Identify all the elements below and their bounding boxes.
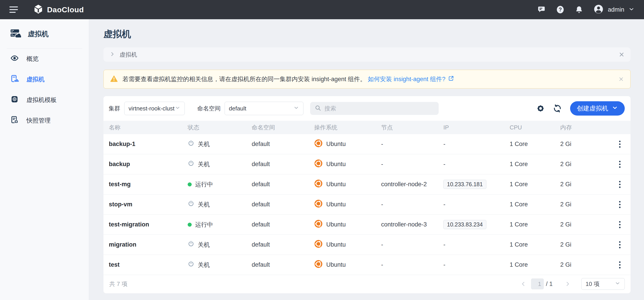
row-actions-kebab-icon[interactable] [617,139,622,149]
power-off-icon [188,241,194,249]
hamburger-menu-icon[interactable] [10,6,18,13]
namespace-select[interactable]: default [224,102,304,115]
chat-icon[interactable] [537,5,546,14]
total-count: 共 7 项 [109,280,128,288]
banner-close-icon[interactable] [618,76,624,82]
namespace-label: 命名空间 [197,105,220,113]
cluster-label: 集群 [108,105,120,113]
vm-namespace: default [252,221,314,228]
vm-memory: 2 Gi [560,221,614,228]
row-actions-kebab-icon[interactable] [617,179,622,190]
next-page-icon[interactable] [564,281,571,287]
eye-icon [10,54,19,64]
column-header-memory: 内存 [560,124,614,132]
table-footer: 共 7 项 / 1 10 项 [104,275,630,293]
help-icon[interactable]: ? [556,5,565,14]
sidebar-item-overview[interactable]: 概览 [0,48,89,69]
prev-page-icon[interactable] [520,281,527,287]
breadcrumb-item[interactable]: 虚拟机 [120,51,137,59]
insight-agent-link[interactable]: 如何安装 insight-agent 组件? [368,75,454,83]
vm-status: 关机 [188,200,252,209]
vm-status: 关机 [188,261,252,269]
status-label: 运行中 [195,221,213,229]
chevron-right-icon[interactable] [109,51,116,58]
os-label: Ubuntu [326,141,346,148]
warning-message: 若需要查看虚拟机监控的相关信息，请在虚拟机所在的同一集群内安装 insight-… [122,75,366,83]
table-header: 名称 状态 命名空间 操作系统 节点 IP CPU 内存 [104,121,630,134]
vm-cpu: 1 Core [510,181,560,188]
vm-cpu: 1 Core [510,221,560,228]
vm-ip: - [443,161,510,168]
table-row[interactable]: migration 关机 default Ubuntu - - 1 Core 2… [104,235,630,255]
gear-icon[interactable] [536,104,544,113]
vm-ip: - [443,261,510,268]
vm-name[interactable]: test [109,261,188,268]
table-row[interactable]: backup-1 关机 default Ubuntu - - 1 Core 2 … [104,134,630,154]
daocloud-logo-icon [33,4,44,15]
top-bar: DaoCloud ? admin [0,0,644,19]
ubuntu-icon [314,179,323,189]
bell-icon[interactable] [574,5,584,14]
table-row[interactable]: stop-vm 关机 default Ubuntu - - 1 Core 2 G… [104,194,630,215]
refresh-icon[interactable] [553,104,562,113]
vm-name[interactable]: test-migration [109,221,188,228]
sidebar-item-snapshots[interactable]: 快照管理 [0,110,89,131]
sidebar-header: 虚拟机 [0,19,89,48]
column-header-namespace: 命名空间 [252,124,314,132]
row-actions-kebab-icon[interactable] [617,240,622,250]
vm-os: Ubuntu [314,199,381,209]
row-actions-kebab-icon[interactable] [617,159,622,169]
ubuntu-icon [314,220,323,230]
page-number-input[interactable] [531,279,544,289]
table-row[interactable]: test-mg 运行中 default Ubuntu controller-no… [104,174,630,194]
os-label: Ubuntu [326,241,346,248]
breadcrumb: 虚拟机 [104,47,630,62]
vm-ip: 10.233.83.234 [443,220,510,229]
power-off-icon [188,261,194,269]
running-dot-icon [188,223,192,227]
ubuntu-icon [314,159,323,169]
sidebar-item-virtual-machines[interactable]: 虚拟机 [0,69,89,90]
vm-node: - [381,261,443,268]
os-label: Ubuntu [326,201,346,208]
brand-name: DaoCloud [47,5,84,14]
breadcrumb-close-icon[interactable] [618,51,625,58]
vm-namespace: default [252,241,314,248]
snapshot-icon [10,116,19,126]
vm-os: Ubuntu [314,139,381,149]
create-vm-button[interactable]: 创建虚拟机 [570,101,625,116]
table-row[interactable]: test-migration 运行中 default Ubuntu contro… [104,215,630,235]
user-menu[interactable]: admin [594,4,634,15]
vm-doc-cloud-icon [10,74,19,85]
vm-name[interactable]: test-mg [109,181,188,188]
page-size-select[interactable]: 10 项 [581,278,625,290]
vm-os: Ubuntu [314,240,381,250]
vm-cpu: 1 Core [510,261,560,268]
vm-node: controller-node-3 [381,221,443,228]
vm-name[interactable]: stop-vm [109,201,188,208]
ip-chip: 10.233.76.181 [443,180,486,189]
username: admin [608,6,624,13]
vm-memory: 2 Gi [560,161,614,168]
table-row[interactable]: test 关机 default Ubuntu - - 1 Core 2 Gi [104,255,630,275]
row-actions-kebab-icon[interactable] [617,260,622,270]
main-content: 虚拟机 虚拟机 若需要查看虚拟机监控的相关信息，请在虚拟机所在的同一集群内安装 … [89,19,644,300]
power-off-icon [188,160,194,168]
vm-name[interactable]: migration [109,241,188,248]
cluster-select[interactable]: virtnest-rook-clust... [124,102,185,115]
vm-namespace: default [252,181,314,188]
os-label: Ubuntu [326,221,346,228]
sidebar-title: 虚拟机 [28,29,48,39]
search-input[interactable] [324,105,434,112]
vm-memory: 2 Gi [560,261,614,268]
vm-name[interactable]: backup-1 [109,141,188,148]
vm-node: - [381,201,443,208]
vm-cpu: 1 Core [510,161,560,168]
chevron-down-icon [628,6,634,13]
vm-memory: 2 Gi [560,181,614,188]
row-actions-kebab-icon[interactable] [617,199,622,210]
table-row[interactable]: backup 关机 default Ubuntu - - 1 Core 2 Gi [104,154,630,174]
vm-name[interactable]: backup [109,161,188,168]
sidebar-item-vm-templates[interactable]: 虚拟机模板 [0,90,89,110]
row-actions-kebab-icon[interactable] [617,220,622,230]
